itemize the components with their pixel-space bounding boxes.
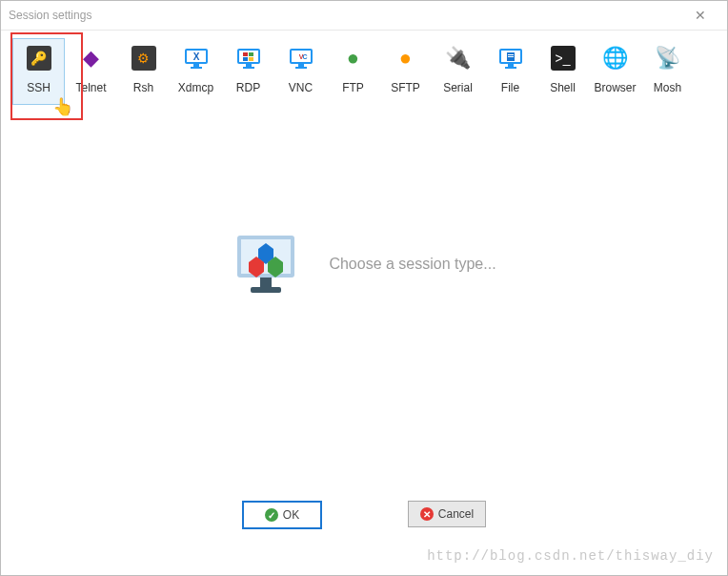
ok-label: OK <box>283 508 299 522</box>
session-type-telnet[interactable]: ◆Telnet <box>65 38 117 105</box>
sftp-icon: ● <box>393 45 419 72</box>
dialog-buttons: ✓ OK ✕ Cancel <box>1 501 727 529</box>
session-type-vnc[interactable]: VCVNC <box>274 38 327 105</box>
session-type-rdp[interactable]: RDP <box>222 38 274 105</box>
session-type-xdmcp[interactable]: XXdmcp <box>170 38 222 105</box>
cancel-label: Cancel <box>438 507 474 521</box>
center-message: Choose a session type... <box>329 256 495 273</box>
ssh-icon: 🔑 <box>26 45 52 72</box>
svg-rect-3 <box>191 67 202 69</box>
svg-rect-11 <box>243 57 248 61</box>
svg-rect-25 <box>508 56 514 57</box>
session-type-label: Xdmcp <box>178 81 213 94</box>
close-icon[interactable]: ✕ <box>681 1 719 30</box>
title-bar: Session settings ✕ <box>1 1 727 31</box>
svg-text:X: X <box>192 51 199 62</box>
session-type-label: RDP <box>236 81 260 94</box>
watermark-text: http://blog.csdn.net/thisway_diy <box>427 548 714 564</box>
xdmcp-icon: X <box>183 45 210 72</box>
session-type-serial[interactable]: 🔌Serial <box>432 38 484 105</box>
svg-rect-10 <box>249 52 253 56</box>
svg-rect-22 <box>505 67 516 69</box>
session-type-label: FTP <box>342 81 364 94</box>
svg-text:C: C <box>302 53 307 60</box>
session-type-label: SSH <box>27 81 51 94</box>
ok-button[interactable]: ✓ OK <box>242 501 322 529</box>
session-type-label: Shell <box>550 81 576 94</box>
session-type-label: Browser <box>594 81 636 94</box>
session-type-label: Mosh <box>654 81 681 94</box>
session-type-label: Serial <box>443 81 473 94</box>
file-icon <box>497 45 524 72</box>
session-type-label: Telnet <box>75 81 106 94</box>
session-type-file[interactable]: File <box>484 38 536 105</box>
session-type-shell[interactable]: >_Shell <box>536 38 589 105</box>
svg-rect-2 <box>193 64 199 67</box>
svg-rect-9 <box>243 52 248 56</box>
session-type-label: VNC <box>289 81 313 94</box>
window-title: Session settings <box>9 1 91 30</box>
rdp-icon <box>235 45 262 72</box>
session-type-label: SFTP <box>391 81 420 94</box>
session-type-label: Rsh <box>133 81 153 94</box>
shell-icon: >_ <box>550 45 576 72</box>
session-type-mosh[interactable]: 📡Mosh <box>641 38 694 105</box>
vnc-icon: VC <box>288 45 314 72</box>
session-settings-window: Session settings ✕ 🔑SSH◆Telnet⚙RshXXdmcp… <box>0 0 728 576</box>
ok-check-icon: ✓ <box>265 508 278 522</box>
svg-rect-15 <box>298 64 304 67</box>
svg-rect-16 <box>295 67 307 69</box>
mosh-icon: 📡 <box>655 45 681 72</box>
session-type-ftp[interactable]: ●FTP <box>327 38 379 105</box>
session-type-rsh[interactable]: ⚙Rsh <box>117 38 170 105</box>
svg-rect-7 <box>246 64 252 67</box>
ftp-icon: ● <box>340 45 367 72</box>
svg-rect-8 <box>243 67 254 69</box>
svg-rect-12 <box>249 57 253 61</box>
svg-rect-24 <box>508 54 514 55</box>
svg-rect-29 <box>251 287 281 293</box>
session-type-toolbar: 🔑SSH◆Telnet⚙RshXXdmcpRDPVCVNC●FTP●SFTP🔌S… <box>1 31 727 105</box>
telnet-icon: ◆ <box>78 45 105 72</box>
svg-rect-28 <box>260 278 272 287</box>
cancel-x-icon: ✕ <box>420 507 434 521</box>
browser-icon: 🌐 <box>602 45 629 72</box>
session-illustration-icon <box>232 230 300 298</box>
serial-icon: 🔌 <box>445 45 472 72</box>
session-type-browser[interactable]: 🌐Browser <box>589 38 641 105</box>
center-prompt: Choose a session type... <box>1 230 727 298</box>
session-type-sftp[interactable]: ●SFTP <box>379 38 432 105</box>
svg-rect-21 <box>508 64 514 67</box>
session-type-label: File <box>501 81 519 94</box>
rsh-icon: ⚙ <box>131 45 157 72</box>
cancel-button[interactable]: ✕ Cancel <box>408 501 486 527</box>
session-type-ssh[interactable]: 🔑SSH <box>12 38 65 105</box>
